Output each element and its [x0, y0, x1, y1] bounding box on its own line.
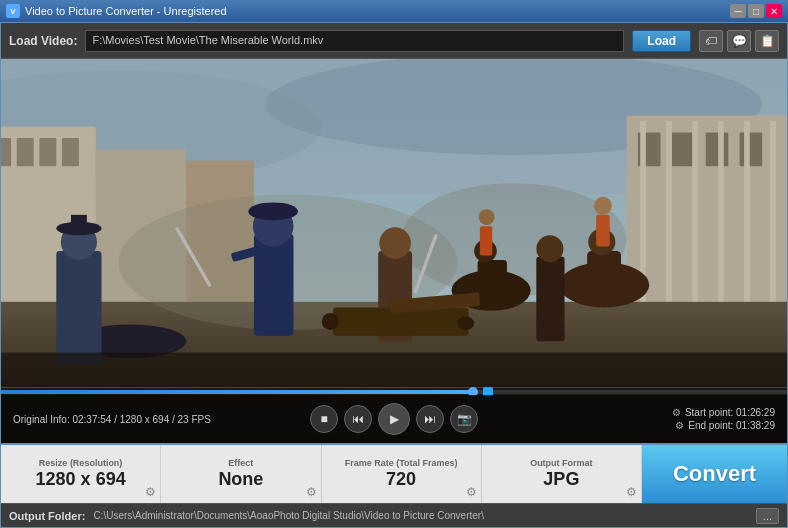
playback-buttons: ■ ⏮ ▶ ⏭ 📷 — [310, 403, 478, 435]
output-folder-label: Output Folder: — [9, 510, 85, 522]
stop-button[interactable]: ■ — [310, 405, 338, 433]
window-controls: ─ □ ✕ — [730, 4, 782, 18]
snapshot-button[interactable]: 📷 — [450, 405, 478, 433]
video-area: Original Info: 02:37:54 / 1280 x 694 / 2… — [1, 59, 787, 443]
load-video-path[interactable]: F:\Movies\Test Movie\The Miserable World… — [85, 30, 624, 52]
start-point-icon: ⚙ — [672, 407, 681, 418]
frame-rate-control: Frame Rate (Total Frames) 720 ⚙ — [322, 445, 482, 503]
progress-fill — [1, 390, 473, 394]
next-frame-button[interactable]: ⏭ — [416, 405, 444, 433]
effect-value: None — [218, 469, 263, 490]
frame-rate-settings-icon[interactable]: ⚙ — [466, 485, 477, 499]
end-point-row: ⚙ End point: 01:38:29 — [675, 420, 775, 431]
convert-button[interactable]: Convert — [642, 445, 787, 503]
frame-rate-value: 720 — [386, 469, 416, 490]
playback-controls-bar: Original Info: 02:37:54 / 1280 x 694 / 2… — [1, 395, 787, 443]
resize-label: Resize (Resolution) — [39, 458, 123, 468]
main-window: Load Video: F:\Movies\Test Movie\The Mis… — [0, 22, 788, 528]
list-icon[interactable]: 📋 — [755, 30, 779, 52]
effect-control: Effect None ⚙ — [161, 445, 321, 503]
start-point-row: ⚙ Start point: 01:26:29 — [672, 407, 775, 418]
output-format-control: Output Format JPG ⚙ — [482, 445, 642, 503]
original-info: Original Info: 02:37:54 / 1280 x 694 / 2… — [13, 414, 310, 425]
video-frame — [1, 59, 787, 443]
progress-track — [1, 390, 787, 394]
output-format-value: JPG — [543, 469, 579, 490]
minimize-button[interactable]: ─ — [730, 4, 746, 18]
maximize-button[interactable]: □ — [748, 4, 764, 18]
effect-settings-icon[interactable]: ⚙ — [306, 485, 317, 499]
tag-icon[interactable]: 🏷 — [699, 30, 723, 52]
load-video-bar: Load Video: F:\Movies\Test Movie\The Mis… — [1, 23, 787, 59]
output-folder-path: C:\Users\Administrator\Documents\AoaoPho… — [93, 510, 747, 521]
toolbar-icons: 🏷 💬 📋 — [699, 30, 779, 52]
title-bar: V Video to Picture Converter - Unregiste… — [0, 0, 788, 22]
window-title: Video to Picture Converter - Unregistere… — [25, 5, 730, 17]
end-point-label: End point: 01:38:29 — [688, 420, 775, 431]
end-point-icon: ⚙ — [675, 420, 684, 431]
output-folder-bar: Output Folder: C:\Users\Administrator\Do… — [1, 503, 787, 527]
resize-settings-icon[interactable]: ⚙ — [145, 485, 156, 499]
output-browse-button[interactable]: ... — [756, 508, 779, 524]
effect-label: Effect — [228, 458, 253, 468]
resize-value: 1280 x 694 — [36, 469, 126, 490]
resize-control: Resize (Resolution) 1280 x 694 ⚙ — [1, 445, 161, 503]
load-button[interactable]: Load — [632, 30, 691, 52]
time-info: ⚙ Start point: 01:26:29 ⚙ End point: 01:… — [478, 407, 775, 431]
comment-icon[interactable]: 💬 — [727, 30, 751, 52]
start-point-label: Start point: 01:26:29 — [685, 407, 775, 418]
frame-rate-label: Frame Rate (Total Frames) — [345, 458, 458, 468]
output-format-label: Output Format — [530, 458, 593, 468]
prev-frame-button[interactable]: ⏮ — [344, 405, 372, 433]
svg-rect-59 — [1, 59, 787, 443]
output-format-settings-icon[interactable]: ⚙ — [626, 485, 637, 499]
play-button[interactable]: ▶ — [378, 403, 410, 435]
settings-bar: Resize (Resolution) 1280 x 694 ⚙ Effect … — [1, 443, 787, 503]
load-video-label: Load Video: — [9, 34, 77, 48]
app-icon: V — [6, 4, 20, 18]
close-button[interactable]: ✕ — [766, 4, 782, 18]
progress-bar-area[interactable] — [1, 387, 787, 395]
